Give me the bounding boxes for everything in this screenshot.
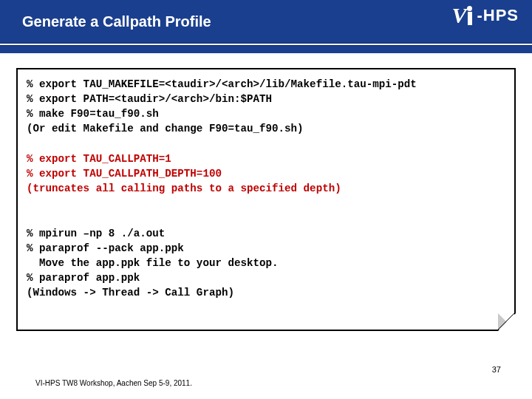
slide: Generate a Callpath Profile V -HPS % exp… (0, 0, 532, 399)
fold-corner-icon (498, 313, 514, 330)
code-line-highlight: % export TAU_CALLPATH_DEPTH=100 (27, 168, 222, 180)
code-panel: % export TAU_MAKEFILE=<taudir>/<arch>/li… (16, 68, 516, 331)
code-line-highlight: % export TAU_CALLPATH=1 (27, 153, 171, 165)
code-line: Move the app.ppk file to your desktop. (27, 257, 279, 269)
title-bar: Generate a Callpath Profile V -HPS (0, 0, 532, 43)
page-title: Generate a Callpath Profile (22, 13, 211, 30)
vi-hps-logo: V -HPS (451, 3, 519, 28)
logo-hps: -HPS (477, 6, 519, 25)
code-line: % export PATH=<taudir>/<arch>/bin:$PATH (27, 93, 272, 105)
code-block: % export TAU_MAKEFILE=<taudir>/<arch>/li… (18, 69, 514, 307)
code-line: % mpirun –np 8 ./a.out (27, 228, 165, 239)
code-line-highlight: (truncates all calling paths to a specif… (27, 183, 341, 194)
code-line: % export TAU_MAKEFILE=<taudir>/<arch>/li… (27, 78, 417, 90)
code-line: (Or edit Makefile and change F90=tau_f90… (27, 123, 304, 134)
code-line: % paraprof --pack app.ppk (27, 242, 184, 254)
code-line: % paraprof app.ppk (27, 272, 140, 284)
code-line: (Windows -> Thread -> Call Graph) (27, 287, 234, 299)
page-number: 37 (492, 365, 501, 374)
code-line: % make F90=tau_f90.sh (27, 108, 159, 120)
under-bar (0, 46, 532, 53)
logo-i-icon (467, 6, 472, 25)
logo-v: V (451, 3, 466, 28)
footer-text: VI-HPS TW8 Workshop, Aachen Sep 5-9, 201… (35, 379, 192, 387)
